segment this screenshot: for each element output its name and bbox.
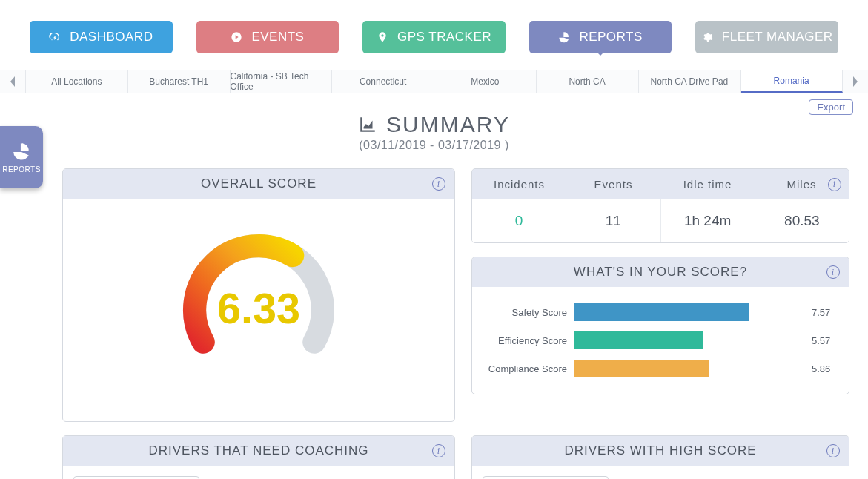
stats-body: 0 11 1h 24m 80.53 <box>472 199 849 242</box>
nav-events[interactable]: EVENTS <box>196 21 339 53</box>
pie-icon <box>12 142 31 161</box>
stats-value-idle: 1h 24m <box>661 199 755 242</box>
stats-label-miles-text: Miles <box>786 178 816 191</box>
nav-fleet-label: FLEET MANAGER <box>722 30 833 44</box>
info-icon[interactable]: i <box>826 265 840 279</box>
info-icon[interactable]: i <box>828 178 841 191</box>
stats-value-incidents: 0 <box>472 199 566 242</box>
stats-card: Incidents Events Idle time Miles i 0 11 … <box>471 168 849 243</box>
score-bar-fill <box>574 303 749 321</box>
nav-dashboard[interactable]: DASHBOARD <box>30 21 173 53</box>
score-bar-value: 7.57 <box>804 307 835 318</box>
highscore-card: DRIVERS WITH HIGH SCORE i <box>471 435 849 479</box>
location-tab[interactable]: North CA <box>537 70 639 93</box>
score-bar-row: Safety Score7.57 <box>486 303 835 321</box>
location-tab[interactable]: Bucharest TH1 <box>128 70 231 93</box>
chevron-right-icon <box>852 76 859 87</box>
pie-icon <box>558 31 570 43</box>
score-bar-row: Compliance Score5.86 <box>486 360 835 377</box>
stats-value-events: 11 <box>566 199 660 242</box>
nav-reports-label: REPORTS <box>579 30 642 44</box>
summary-date-range: (03/11/2019 - 03/17/2019 ) <box>0 139 868 152</box>
stats-label-miles: Miles i <box>755 169 849 199</box>
location-strip: All LocationsBucharest TH1California - S… <box>0 70 868 93</box>
nav-gps[interactable]: GPS TRACKER <box>362 21 506 53</box>
score-bar-row: Efficiency Score5.57 <box>486 331 835 349</box>
score-bar-track <box>574 360 804 377</box>
pin-icon <box>377 31 388 43</box>
score-bar-track <box>574 331 804 349</box>
summary-title: SUMMARY <box>358 112 510 137</box>
gauge: 6.33 <box>63 199 454 421</box>
highscore-search-input[interactable] <box>483 476 609 479</box>
gear-icon <box>701 31 713 43</box>
location-next[interactable] <box>843 70 868 93</box>
nav-fleet[interactable]: FLEET MANAGER <box>695 21 838 53</box>
score-bar-label: Safety Score <box>486 307 574 318</box>
score-bars: Safety Score7.57Efficiency Score5.57Comp… <box>472 287 849 394</box>
content-grid: OVERALL SCORE i 6.33 <box>0 152 868 479</box>
highscore-heading-text: DRIVERS WITH HIGH SCORE <box>564 443 756 457</box>
score-bar-track <box>574 303 804 321</box>
score-bar-value: 5.86 <box>804 363 835 374</box>
chart-icon <box>358 115 377 134</box>
nav-reports[interactable]: REPORTS <box>529 21 672 53</box>
coaching-card: DRIVERS THAT NEED COACHING i <box>62 435 455 479</box>
coaching-search-input[interactable] <box>73 476 199 479</box>
overall-score-card: OVERALL SCORE i 6.33 <box>62 168 455 422</box>
location-tabs: All LocationsBucharest TH1California - S… <box>25 70 843 93</box>
stats-value-miles: 80.53 <box>755 199 849 242</box>
score-bar-fill <box>574 331 703 349</box>
score-bar-fill <box>574 360 709 377</box>
chevron-left-icon <box>9 76 16 87</box>
score-breakdown-heading: WHAT'S IN YOUR SCORE? i <box>472 257 849 287</box>
info-icon[interactable]: i <box>432 444 445 457</box>
coaching-heading: DRIVERS THAT NEED COACHING i <box>63 436 454 466</box>
location-tab[interactable]: Mexico <box>434 70 537 93</box>
highscore-heading: DRIVERS WITH HIGH SCORE i <box>472 436 849 466</box>
play-icon <box>231 31 242 43</box>
info-icon[interactable]: i <box>826 444 840 457</box>
nav-dashboard-label: DASHBOARD <box>70 30 153 44</box>
overall-score-value: 6.33 <box>217 285 300 332</box>
stats-label-events: Events <box>566 169 660 199</box>
summary-header: SUMMARY (03/11/2019 - 03/17/2019 ) <box>0 112 868 152</box>
coaching-heading-text: DRIVERS THAT NEED COACHING <box>148 443 368 457</box>
score-bar-label: Efficiency Score <box>486 335 574 346</box>
overall-score-heading: OVERALL SCORE i <box>63 169 454 199</box>
side-reports-tab[interactable]: REPORTS <box>0 126 43 188</box>
score-bar-label: Compliance Score <box>486 363 574 374</box>
location-prev[interactable] <box>0 70 25 93</box>
info-icon[interactable]: i <box>432 177 445 191</box>
side-reports-label: REPORTS <box>2 165 41 174</box>
score-breakdown-card: WHAT'S IN YOUR SCORE? i Safety Score7.57… <box>471 257 849 394</box>
score-breakdown-heading-text: WHAT'S IN YOUR SCORE? <box>574 265 747 279</box>
location-tab[interactable]: Connecticut <box>332 70 434 93</box>
overall-score-heading-text: OVERALL SCORE <box>201 176 317 191</box>
nav-gps-label: GPS TRACKER <box>397 30 491 44</box>
location-tab[interactable]: All Locations <box>25 70 128 93</box>
stats-label-incidents: Incidents <box>472 169 566 199</box>
right-column: Incidents Events Idle time Miles i 0 11 … <box>471 168 849 422</box>
nav-events-label: EVENTS <box>251 30 304 44</box>
location-tab[interactable]: North CA Drive Pad <box>639 70 741 93</box>
summary-title-text: SUMMARY <box>386 112 510 137</box>
stats-head: Incidents Events Idle time Miles i <box>472 169 849 199</box>
gauge-icon <box>49 31 61 43</box>
highscore-search-wrap <box>472 466 849 479</box>
location-tab[interactable]: California - SB Tech Office <box>231 70 333 93</box>
coaching-search-wrap <box>63 466 454 479</box>
top-nav: DASHBOARD EVENTS GPS TRACKER REPORTS FLE… <box>0 0 868 70</box>
export-button[interactable]: Export <box>809 99 853 115</box>
stats-label-idle: Idle time <box>660 169 755 199</box>
score-bar-value: 5.57 <box>804 335 835 346</box>
location-tab[interactable]: Romania <box>741 70 843 93</box>
